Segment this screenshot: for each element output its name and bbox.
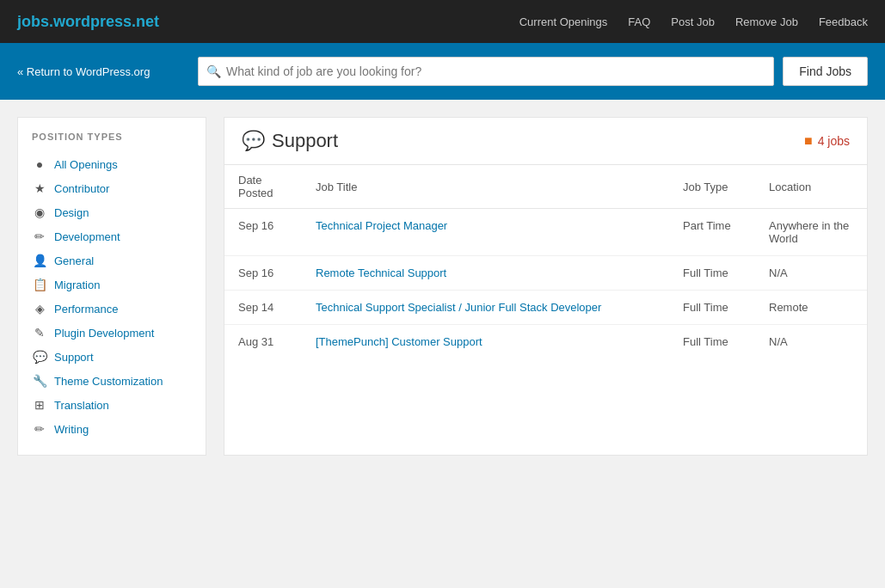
jobs-table: Date Posted Job Title Job Type Location … <box>224 165 867 358</box>
job-type: Part Time <box>669 209 755 256</box>
sidebar-item-label: Performance <box>54 303 118 315</box>
job-location: N/A <box>755 256 867 291</box>
sidebar: POSITION TYPES ●All Openings★Contributor… <box>17 117 206 456</box>
sidebar-item-label: Theme Customization <box>54 375 163 388</box>
nav-current-openings[interactable]: Current Openings <box>519 15 608 28</box>
sidebar-item-all-openings[interactable]: ●All Openings <box>32 152 192 176</box>
sidebar-item-contributor[interactable]: ★Contributor <box>32 176 192 200</box>
job-type: Full Time <box>669 291 755 325</box>
sidebar-title: POSITION TYPES <box>32 132 192 142</box>
job-title-link[interactable]: Technical Support Specialist / Junior Fu… <box>316 301 601 314</box>
sidebar-item-label: General <box>54 254 94 267</box>
table-row: Sep 16 Technical Project Manager Part Ti… <box>224 209 867 256</box>
jobs-panel: 💬 Support ■ 4 jobs Date Posted Job Title… <box>224 117 868 456</box>
sidebar-item-development[interactable]: ✏Development <box>32 224 192 248</box>
job-location: N/A <box>755 325 867 359</box>
search-wrapper: 🔍 <box>198 57 774 86</box>
sidebar-item-label: Development <box>54 230 120 243</box>
section-title: Support <box>272 130 338 152</box>
nav-faq[interactable]: FAQ <box>628 15 650 28</box>
sidebar-item-plugin-development[interactable]: ✎Plugin Development <box>32 321 192 345</box>
find-jobs-button[interactable]: Find Jobs <box>783 57 868 86</box>
jobs-title: 💬 Support <box>242 130 338 152</box>
sidebar-item-label: Migration <box>54 279 100 291</box>
sidebar-icon: 🔧 <box>32 373 47 389</box>
job-date: Sep 16 <box>224 256 302 291</box>
table-row: Aug 31 [ThemePunch] Customer Support Ful… <box>224 325 867 359</box>
sidebar-item-translation[interactable]: ⊞Translation <box>32 393 192 417</box>
sidebar-item-label: Support <box>54 351 94 364</box>
sidebar-item-label: Translation <box>54 399 109 412</box>
job-title-link[interactable]: Technical Project Manager <box>316 219 447 232</box>
sidebar-item-label: Contributor <box>54 182 109 195</box>
sidebar-icon: ✎ <box>32 325 47 340</box>
col-type: Job Type <box>669 165 755 209</box>
sidebar-items: ●All Openings★Contributor◉Design✏Develop… <box>32 152 192 441</box>
job-title: Technical Project Manager <box>302 209 669 256</box>
job-type: Full Time <box>669 256 755 291</box>
col-date: Date Posted <box>224 165 302 209</box>
sidebar-item-design[interactable]: ◉Design <box>32 200 192 224</box>
header: jobs.wordpress.net Current Openings FAQ … <box>0 0 885 43</box>
sidebar-item-general[interactable]: 👤General <box>32 248 192 273</box>
search-icon: 🔍 <box>206 64 221 78</box>
jobs-count: ■ 4 jobs <box>804 133 850 149</box>
sidebar-item-label: Plugin Development <box>54 327 154 340</box>
sidebar-item-writing[interactable]: ✏Writing <box>32 417 192 441</box>
sidebar-item-theme-customization[interactable]: 🔧Theme Customization <box>32 369 192 393</box>
sidebar-icon: ✏ <box>32 421 47 437</box>
nav-remove-job[interactable]: Remove Job <box>735 15 798 28</box>
job-title-link[interactable]: [ThemePunch] Customer Support <box>316 335 482 348</box>
return-link[interactable]: « Return to WordPress.org <box>17 65 189 78</box>
job-date: Aug 31 <box>224 325 302 359</box>
rss-icon: ■ <box>804 133 813 149</box>
logo-domain: wordpress.net <box>53 13 159 30</box>
table-header-row: Date Posted Job Title Job Type Location <box>224 165 867 209</box>
sidebar-icon: ⊞ <box>32 397 47 413</box>
sidebar-icon: 📋 <box>32 277 47 292</box>
table-row: Sep 14 Technical Support Specialist / Ju… <box>224 291 867 325</box>
nav-feedback[interactable]: Feedback <box>819 15 868 28</box>
sidebar-icon: ✏ <box>32 229 47 244</box>
main-content: POSITION TYPES ●All Openings★Contributor… <box>0 100 885 473</box>
table-row: Sep 16 Remote Technical Support Full Tim… <box>224 256 867 291</box>
table-body: Sep 16 Technical Project Manager Part Ti… <box>224 209 867 359</box>
sidebar-item-label: Design <box>54 206 89 219</box>
table-head: Date Posted Job Title Job Type Location <box>224 165 867 209</box>
sidebar-item-label: Writing <box>54 423 89 436</box>
site-logo: jobs.wordpress.net <box>17 13 519 31</box>
sidebar-icon: ◈ <box>32 301 47 316</box>
sidebar-item-support[interactable]: 💬Support <box>32 345 192 369</box>
job-title: Remote Technical Support <box>302 256 669 291</box>
nav-post-job[interactable]: Post Job <box>671 15 715 28</box>
sidebar-icon: 💬 <box>32 349 47 364</box>
logo-text: jobs. <box>17 13 53 30</box>
job-title: Technical Support Specialist / Junior Fu… <box>302 291 669 325</box>
job-date: Sep 14 <box>224 291 302 325</box>
job-date: Sep 16 <box>224 209 302 256</box>
col-location: Location <box>755 165 867 209</box>
job-title: [ThemePunch] Customer Support <box>302 325 669 359</box>
count-label: 4 jobs <box>818 134 850 148</box>
header-nav: Current Openings FAQ Post Job Remove Job… <box>519 15 868 28</box>
search-input[interactable] <box>198 57 774 86</box>
sidebar-item-migration[interactable]: 📋Migration <box>32 273 192 297</box>
search-bar: « Return to WordPress.org 🔍 Find Jobs <box>0 43 885 100</box>
job-type: Full Time <box>669 325 755 359</box>
sidebar-icon: ★ <box>32 181 47 196</box>
support-icon: 💬 <box>242 130 265 152</box>
sidebar-icon: 👤 <box>32 253 47 268</box>
sidebar-item-label: All Openings <box>54 158 118 171</box>
sidebar-icon: ● <box>32 156 47 172</box>
sidebar-icon: ◉ <box>32 205 47 220</box>
job-location: Remote <box>755 291 867 325</box>
sidebar-item-performance[interactable]: ◈Performance <box>32 297 192 321</box>
col-title: Job Title <box>302 165 669 209</box>
jobs-header: 💬 Support ■ 4 jobs <box>224 118 867 165</box>
job-location: Anywhere in the World <box>755 209 867 256</box>
job-title-link[interactable]: Remote Technical Support <box>316 266 446 279</box>
